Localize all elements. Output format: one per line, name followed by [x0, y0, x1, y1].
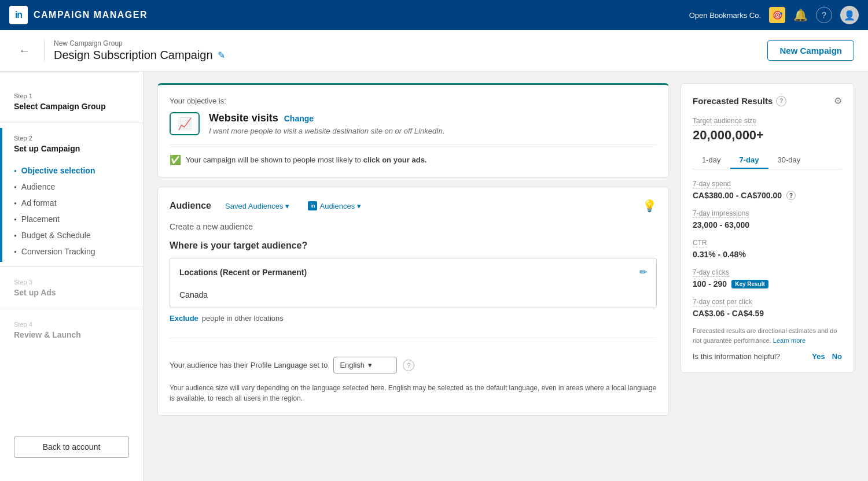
metric-spend-value: CA$380.00 - CA$700.00 ?: [693, 191, 842, 200]
sidebar-steps: Step 1 Select Campaign Group Step 2 Set …: [0, 86, 143, 427]
user-avatar[interactable]: 👤: [840, 6, 859, 24]
exclude-text: people in other locations: [202, 314, 284, 323]
language-select[interactable]: English ▾: [333, 357, 397, 373]
chevron-down-icon: ▾: [368, 361, 372, 369]
exclude-row: Exclude people in other locations: [170, 308, 657, 328]
step1-section: Step 1 Select Campaign Group: [0, 86, 143, 118]
metric-impressions-value: 23,000 - 63,000: [693, 220, 842, 230]
sidebar-bottom: Back to account: [0, 427, 143, 467]
step3-title: Set up Ads: [14, 288, 129, 297]
step2-wrapper: Step 2 Set up Campaign ● Objective selec…: [0, 128, 143, 262]
nav-item-ad-format[interactable]: ● Ad format: [14, 195, 129, 211]
nav-item-objective[interactable]: ● Objective selection: [14, 162, 129, 179]
nav-item-budget[interactable]: ● Budget & Schedule: [14, 227, 129, 243]
audience-card: Audience Saved Audiences ▾ in Audiences …: [157, 187, 669, 416]
campaign-name: Design Subscription Campaign ✎: [54, 49, 225, 62]
step-divider-3: [0, 309, 143, 309]
nav-right: Open Bookmarks Co. 🎯 🔔 ? 👤: [689, 6, 859, 24]
location-box: Locations (Recent or Permanent) ✏ Canada: [170, 258, 657, 308]
hint-prefix: Your campaign will be shown to people mo…: [186, 156, 361, 164]
bullet-icon: ●: [14, 201, 17, 206]
new-campaign-button[interactable]: New Campaign: [767, 40, 854, 61]
divider-2: [170, 338, 657, 338]
account-badge[interactable]: 🎯: [769, 7, 785, 23]
tab-1day[interactable]: 1-day: [693, 152, 730, 169]
step3-label: Step 3: [14, 279, 129, 286]
tab-30day[interactable]: 30-day: [768, 152, 810, 169]
check-icon: ✅: [170, 154, 181, 165]
learn-more-link[interactable]: Learn more: [773, 337, 806, 344]
website-visits-icon: 📈: [170, 112, 200, 135]
account-name: Open Bookmarks Co.: [689, 11, 761, 20]
forecast-title: Forecasted Results ?: [693, 96, 786, 106]
forecast-help-icon[interactable]: ?: [776, 96, 786, 106]
nav-item-audience[interactable]: ● Audience: [14, 179, 129, 195]
bullet-icon: ●: [14, 184, 17, 190]
metric-spend: 7-day spend CA$380.00 - CA$700.00 ?: [693, 179, 842, 200]
content-area: Your objective is: 📈 Website visits Chan…: [144, 72, 868, 481]
linkedin-small-logo: in: [308, 201, 317, 210]
forecast-title-row: Forecasted Results ? ⚙: [693, 95, 842, 106]
metric-clicks: 7-day clicks 100 - 290 Key Result: [693, 267, 842, 288]
bullet-icon: ●: [14, 217, 17, 222]
language-help-icon[interactable]: ?: [403, 360, 414, 371]
edit-icon[interactable]: ✎: [218, 50, 225, 61]
top-navigation: in CAMPAIGN MANAGER Open Bookmarks Co. 🎯…: [0, 0, 868, 30]
step1-label: Step 1: [14, 92, 129, 99]
nav-item-placement[interactable]: ● Placement: [14, 211, 129, 227]
helpful-yes-button[interactable]: Yes: [812, 352, 825, 361]
key-result-badge: Key Result: [731, 280, 768, 288]
linkedin-logo: in: [9, 6, 28, 24]
metric-spend-label: 7-day spend: [693, 180, 731, 188]
edit-location-icon[interactable]: ✏: [639, 267, 647, 278]
objective-content: 📈 Website visits Change I want more peop…: [170, 112, 657, 135]
back-to-account-button[interactable]: Back to account: [14, 436, 129, 458]
target-size-label: Target audience size: [693, 117, 756, 125]
tab-7day[interactable]: 7-day: [730, 152, 768, 169]
metric-cpc-label: 7-day cost per click: [693, 298, 752, 306]
campaign-info: New Campaign Group Design Subscription C…: [44, 39, 225, 62]
saved-audiences-button[interactable]: Saved Audiences ▾: [220, 199, 294, 213]
hint-bold: click on your ads.: [363, 156, 427, 164]
back-button[interactable]: ←: [14, 42, 35, 60]
step-divider-1: [0, 123, 143, 123]
bulb-icon[interactable]: 💡: [642, 199, 657, 213]
language-row: Your audience has their Profile Language…: [170, 347, 657, 378]
helpful-row: Is this information helpful? Yes No: [693, 352, 842, 361]
forecast-panel: Forecasted Results ? ⚙ Target audience s…: [681, 83, 854, 469]
bullet-icon: ●: [14, 249, 17, 254]
step-divider-2: [0, 267, 143, 267]
audience-title: Audience: [170, 201, 211, 211]
metric-clicks-value: 100 - 290 Key Result: [693, 279, 842, 288]
target-size-value: 20,000,000+: [693, 128, 842, 143]
create-audience-text: Create a new audience: [170, 222, 657, 231]
helpful-no-button[interactable]: No: [832, 352, 842, 361]
step2-label: Step 2: [14, 135, 129, 142]
notification-icon[interactable]: 🔔: [793, 8, 808, 22]
metric-cpc-value: CA$3.06 - CA$4.59: [693, 309, 842, 318]
main-content: Your objective is: 📈 Website visits Chan…: [157, 83, 669, 469]
language-prefix: Your audience has their Profile Language…: [170, 361, 328, 369]
chevron-down-icon: ▾: [285, 202, 289, 210]
helpful-question: Is this information helpful?: [693, 352, 780, 361]
helpful-buttons: Yes No: [812, 352, 842, 361]
metric-ctr-value: 0.31% - 0.48%: [693, 250, 842, 259]
nav-item-conversion[interactable]: ● Conversion Tracking: [14, 243, 129, 260]
objective-text: Website visits Change I want more people…: [209, 112, 445, 135]
linkedin-audiences-button[interactable]: in Audiences ▾: [303, 199, 366, 213]
objective-name: Website visits: [209, 112, 278, 124]
settings-icon[interactable]: ⚙: [834, 95, 842, 106]
help-icon[interactable]: ?: [816, 7, 832, 23]
campaign-group-label: New Campaign Group: [54, 39, 225, 47]
forecast-tabs: 1-day 7-day 30-day: [693, 152, 842, 169]
sub-header-left: ← New Campaign Group Design Subscription…: [14, 39, 225, 62]
location-box-header: Locations (Recent or Permanent) ✏: [170, 258, 656, 286]
step2-title: Set up Campaign: [14, 144, 129, 153]
objective-header: Your objective is:: [170, 97, 657, 105]
exclude-link[interactable]: Exclude: [170, 314, 198, 323]
metric-ctr-label: CTR: [693, 239, 707, 247]
sub-header: ← New Campaign Group Design Subscription…: [0, 30, 868, 72]
change-link[interactable]: Change: [284, 114, 314, 123]
spend-help-icon[interactable]: ?: [786, 191, 796, 200]
step1-title: Select Campaign Group: [14, 102, 129, 111]
